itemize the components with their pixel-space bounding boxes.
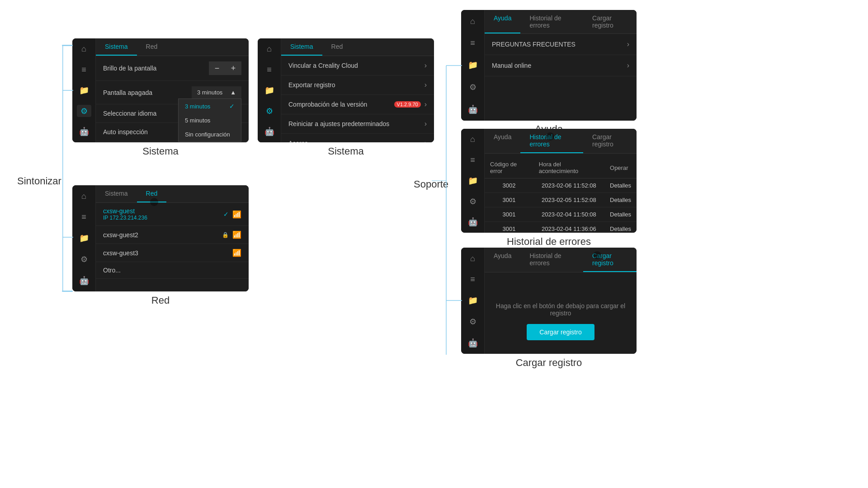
tab-historial6[interactable]: Historial de errores	[520, 248, 583, 272]
tab-historial4[interactable]: Historial de errores	[520, 10, 583, 33]
error-code-0: 3002	[485, 178, 533, 193]
tab-ayuda6[interactable]: Ayuda	[485, 248, 520, 272]
sliders-icon4[interactable]: ≡	[466, 37, 480, 51]
tab-cargar4[interactable]: Cargar registro	[583, 10, 637, 33]
home-icon2[interactable]: ⌂	[262, 43, 277, 56]
error-details-3[interactable]: Detalles	[604, 222, 637, 233]
menu-cloud[interactable]: Vincular a Creality Cloud ›	[281, 56, 434, 75]
panel2-tabbar: Sistema Red	[281, 38, 434, 56]
panel3-content: Sistema Red cxsw-guest IP 172.23.214.236…	[96, 185, 249, 291]
panel6-body: Haga clic en el botón de debajo para car…	[485, 272, 637, 354]
tab-ayuda5[interactable]: Ayuda	[485, 129, 520, 153]
dropdown-menu: 3 minutos ✓ 5 minutos Sin configuración	[178, 99, 241, 142]
error-code-1: 3001	[485, 193, 533, 207]
wifi-icon-1: 📶	[232, 230, 241, 239]
brightness-increase[interactable]: +	[225, 61, 241, 75]
sliders-icon5[interactable]: ≡	[466, 154, 480, 167]
settings-icon5[interactable]: ⚙	[466, 195, 480, 208]
option-3min[interactable]: 3 minutos ✓	[179, 99, 241, 113]
sistema1-caption: Sistema	[72, 145, 249, 157]
help-faq[interactable]: PREGUNTAS FRECUENTES ›	[485, 34, 637, 55]
menu-export[interactable]: Exportar registro ›	[281, 75, 434, 95]
sistema2-caption: Sistema	[258, 145, 434, 157]
dropdown-value: 3 minutos	[197, 89, 222, 96]
table-row: 3001 2023-02-04 11:50:08 Detalles	[485, 207, 637, 222]
tab-red2[interactable]: Red	[322, 38, 352, 56]
historial-caption: Historial de errores	[461, 236, 637, 248]
network-icons-1: 🔒 📶	[222, 230, 241, 239]
robot-icon4[interactable]: 🤖	[466, 102, 480, 116]
menu-acerca[interactable]: Acerca ›	[281, 134, 434, 142]
folder-icon2[interactable]: 📁	[262, 84, 277, 97]
error-details-1[interactable]: Detalles	[604, 193, 637, 207]
menu-version[interactable]: Comprobación de la versión V1.2.9.70 ›	[281, 95, 434, 114]
network-ip-0: IP 172.23.214.236	[103, 215, 147, 221]
option-noconfig[interactable]: Sin configuración	[179, 127, 241, 141]
robot-icon1[interactable]: 🤖	[77, 125, 91, 138]
panel1-tabbar: Sistema Red	[96, 38, 249, 56]
network-item-0[interactable]: cxsw-guest IP 172.23.214.236 ✓ 📶	[96, 203, 249, 226]
tab-cargar6[interactable]: Cargar registro	[583, 248, 637, 272]
sliders-icon2[interactable]: ≡	[262, 64, 277, 76]
cargar-caption: Cargar registro	[461, 357, 637, 369]
panel1-sidebar: ⌂ ≡ 📁 ⚙ 🤖	[72, 38, 96, 142]
home-icon5[interactable]: ⌂	[466, 133, 480, 146]
tab-sistema3[interactable]: Sistema	[96, 185, 137, 202]
home-icon1[interactable]: ⌂	[77, 43, 91, 56]
home-icon6[interactable]: ⌂	[466, 252, 480, 265]
settings-icon2[interactable]: ⚙	[262, 105, 277, 117]
home-icon4[interactable]: ⌂	[466, 14, 480, 28]
menu-version-label: Comprobación de la versión	[288, 101, 367, 108]
tab-ayuda4[interactable]: Ayuda	[485, 10, 520, 33]
col-time: Hora del acontecimiento	[533, 157, 604, 178]
folder-icon1[interactable]: 📁	[77, 84, 91, 97]
brightness-decrease[interactable]: −	[209, 61, 225, 75]
error-details-0[interactable]: Detalles	[604, 178, 637, 193]
ayuda-panel: ⌂ ≡ 📁 ⚙ 🤖 Ayuda Historial de errores Car…	[461, 10, 637, 121]
col-op: Operar	[604, 157, 637, 178]
tab-sistema1[interactable]: Sistema	[96, 38, 137, 56]
option-5min-label: 5 minutos	[185, 117, 210, 124]
tab-red1[interactable]: Red	[137, 38, 167, 56]
help-manual-label: Manual online	[492, 62, 531, 69]
folder-icon4[interactable]: 📁	[466, 58, 480, 72]
robot-icon6[interactable]: 🤖	[466, 336, 480, 349]
folder-icon5[interactable]: 📁	[466, 174, 480, 187]
tab-cargar5[interactable]: Cargar registro	[583, 129, 637, 153]
home-icon3[interactable]: ⌂	[77, 190, 91, 203]
panel3-tabbar: Sistema Red	[96, 185, 249, 203]
chevron-reset: ›	[425, 120, 427, 128]
brightness-controls: − +	[209, 61, 241, 75]
folder-icon6[interactable]: 📁	[466, 294, 480, 307]
network-item-1[interactable]: cxsw-guest2 🔒 📶	[96, 226, 249, 244]
panel5-sidebar: ⌂ ≡ 📁 ⚙ 🤖	[461, 129, 485, 233]
folder-icon3[interactable]: 📁	[77, 232, 91, 245]
sliders-icon6[interactable]: ≡	[466, 273, 480, 286]
option-5min[interactable]: 5 minutos	[179, 113, 241, 127]
table-row: 3002 2023-02-06 11:52:08 Detalles	[485, 178, 637, 193]
robot-icon2[interactable]: 🤖	[262, 125, 277, 138]
screen-off-dropdown[interactable]: 3 minutos ▲ 3 minutos ✓ 5 minutos	[192, 86, 241, 99]
idioma-label: Seleccionar idioma	[103, 110, 156, 117]
tab-sistema2[interactable]: Sistema	[281, 38, 322, 56]
menu-reset[interactable]: Reiniciar a ajustes predeterminados ›	[281, 114, 434, 134]
robot-icon3[interactable]: 🤖	[77, 274, 91, 287]
error-time-1: 2023-02-05 11:52:08	[533, 193, 604, 207]
help-manual[interactable]: Manual online ›	[485, 55, 637, 76]
robot-icon5[interactable]: 🤖	[466, 216, 480, 228]
cursor-red-tab	[150, 198, 158, 206]
sliders-icon1[interactable]: ≡	[77, 64, 91, 76]
settings-icon4[interactable]: ⚙	[466, 80, 480, 94]
error-code-3: 3001	[485, 222, 533, 233]
network-item-2[interactable]: cxsw-guest3 📶	[96, 244, 249, 262]
network-name-1: cxsw-guest2	[103, 231, 138, 239]
upload-button[interactable]: Cargar registro	[527, 324, 594, 340]
settings-icon1[interactable]: ⚙	[77, 105, 91, 117]
settings-icon6[interactable]: ⚙	[466, 315, 480, 328]
network-item-3[interactable]: Otro...	[96, 262, 249, 279]
error-time-2: 2023-02-04 11:50:08	[533, 207, 604, 222]
dropdown-btn[interactable]: 3 minutos ▲	[192, 86, 241, 99]
settings-icon3[interactable]: ⚙	[77, 253, 91, 266]
sliders-icon3[interactable]: ≡	[77, 211, 91, 224]
error-details-2[interactable]: Detalles	[604, 207, 637, 222]
